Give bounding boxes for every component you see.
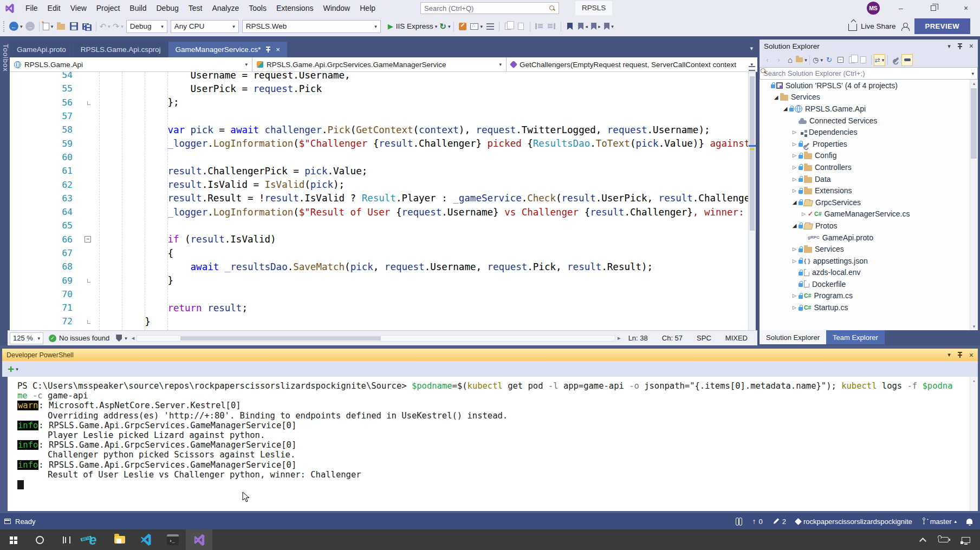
- editor-tab[interactable]: GameManagerService.cs*×: [168, 42, 287, 57]
- line-indicator[interactable]: Ln: 38: [628, 334, 648, 342]
- network-icon[interactable]: [962, 537, 970, 543]
- code-line[interactable]: 60: [10, 150, 748, 164]
- back-icon[interactable]: ‹: [762, 54, 773, 66]
- terminal-scrollbar[interactable]: ▴: [970, 377, 978, 511]
- task-view-button[interactable]: [53, 529, 80, 550]
- save-button[interactable]: [68, 19, 81, 34]
- editor-vertical-scrollbar[interactable]: [748, 72, 756, 330]
- tree-expander-icon[interactable]: ▷: [800, 211, 808, 217]
- uncomment-button-disabled[interactable]: [515, 19, 528, 34]
- tree-item[interactable]: ▷Properties: [760, 138, 978, 150]
- menu-item-debug[interactable]: Debug: [152, 0, 184, 16]
- bookmark-next-icon[interactable]: ▸: [589, 19, 602, 34]
- tool-window-tab[interactable]: Solution Explorer: [760, 330, 826, 344]
- background-tasks-icon[interactable]: [4, 519, 11, 524]
- copy-docs-icon[interactable]: [858, 54, 869, 66]
- solution-platform-select[interactable]: Any CPU▾: [171, 20, 239, 33]
- pin-icon[interactable]: [957, 352, 963, 358]
- tree-expander-icon[interactable]: ▷: [790, 305, 799, 310]
- tree-expander-icon[interactable]: ◢: [772, 94, 780, 100]
- tree-expander-icon[interactable]: ▷: [790, 141, 799, 147]
- tree-expander-icon[interactable]: ◢: [790, 222, 799, 228]
- editor-tab[interactable]: RPSLS.Game.Api.csproj: [74, 42, 168, 57]
- collapse-all-icon[interactable]: −: [835, 54, 846, 66]
- commits-icon[interactable]: [736, 517, 742, 526]
- hscroll-left-arrow[interactable]: ◂: [132, 335, 135, 342]
- code-line[interactable]: 71return result;: [10, 301, 748, 315]
- code-line[interactable]: 59_logger.LogInformation($"Challenger {r…: [10, 136, 748, 150]
- menu-item-analyze[interactable]: Analyze: [207, 0, 244, 16]
- tree-item[interactable]: Dockerfile: [760, 278, 978, 290]
- menu-item-tools[interactable]: Tools: [244, 0, 271, 16]
- close-button[interactable]: ×: [953, 0, 978, 16]
- tree-expander-icon[interactable]: ▷: [790, 129, 799, 135]
- tree-expander-icon[interactable]: ▷: [790, 176, 799, 182]
- hscroll-thumb[interactable]: [180, 336, 381, 341]
- tree-item[interactable]: ▷Dependencies: [760, 126, 978, 138]
- decrease-indent-button-disabled[interactable]: [533, 19, 546, 34]
- cortana-button[interactable]: [27, 529, 53, 550]
- tree-item[interactable]: ▷Data: [760, 173, 978, 185]
- tree-item[interactable]: ◢GrpcServices: [760, 197, 978, 208]
- code-line[interactable]: 69}: [10, 273, 748, 287]
- code-line[interactable]: 72}: [10, 315, 748, 328]
- new-terminal-button[interactable]: +: [8, 364, 14, 375]
- hscroll-right-arrow[interactable]: ▸: [618, 335, 621, 342]
- push-count[interactable]: ↑0: [752, 517, 762, 526]
- tree-expander-icon[interactable]: ▷: [790, 153, 799, 158]
- edge-beta-button[interactable]: eBETA: [80, 529, 106, 550]
- tree-item[interactable]: Solution 'RPSLS' (4 of 4 projects): [760, 80, 978, 91]
- window-position-chevron-icon[interactable]: ▾: [947, 351, 951, 358]
- editor-tab[interactable]: GameApi.proto: [10, 42, 73, 57]
- bookmark-toggle-icon[interactable]: [563, 19, 576, 34]
- tree-expander-icon[interactable]: ◢: [781, 106, 789, 112]
- user-avatar[interactable]: MS: [867, 2, 880, 15]
- issues-status[interactable]: No issues found: [59, 334, 109, 342]
- menu-item-project[interactable]: Project: [92, 0, 125, 16]
- document-list-chevron-icon[interactable]: ▾: [750, 45, 753, 52]
- code-line[interactable]: 56};: [10, 96, 748, 109]
- breadcrumb-project-dropdown[interactable]: RPSLS.Game.Api▾: [10, 57, 252, 71]
- redo-button[interactable]: ↷▾: [112, 19, 125, 34]
- zoom-level-select[interactable]: 125 %▾: [10, 332, 43, 344]
- tree-item[interactable]: ◢Protos: [760, 220, 978, 232]
- home-icon[interactable]: ⌂: [784, 54, 796, 66]
- tree-expander-icon[interactable]: ▷: [790, 165, 799, 170]
- preview-button[interactable]: PREVIEW: [914, 18, 970, 34]
- menu-item-view[interactable]: View: [66, 0, 92, 16]
- sync-with-active-document-icon[interactable]: ⇄▾: [874, 54, 885, 66]
- editor-split-grip[interactable]: [749, 66, 755, 71]
- code-line[interactable]: 55UserPick = request.Pick: [10, 82, 748, 95]
- properties-docs-icon[interactable]: [846, 54, 858, 66]
- pending-edits-count[interactable]: 2: [773, 518, 786, 526]
- minimize-button[interactable]: –: [888, 0, 913, 16]
- live-share-button[interactable]: Live Share: [848, 22, 896, 31]
- menu-item-edit[interactable]: Edit: [43, 0, 66, 16]
- refresh-button[interactable]: ↻▾: [438, 19, 451, 34]
- tree-item[interactable]: ◢Services: [760, 91, 978, 103]
- tree-item[interactable]: ▷Controllers: [760, 161, 978, 173]
- repository-indicator[interactable]: rockpaperscissorslizardspockignite: [796, 518, 912, 526]
- pencil-icon[interactable]: [456, 19, 469, 34]
- toolbox-vertical-tab[interactable]: Toolbox: [0, 42, 10, 107]
- menu-item-file[interactable]: File: [21, 0, 43, 16]
- tree-item[interactable]: ▷{ }appsettings.json: [760, 255, 978, 267]
- tree-item[interactable]: Connected Services: [760, 115, 978, 127]
- undo-button[interactable]: ↶▾: [99, 19, 112, 34]
- pin-icon[interactable]: [957, 43, 963, 49]
- close-icon[interactable]: ×: [969, 42, 973, 50]
- menu-item-test[interactable]: Test: [184, 0, 207, 16]
- new-file-button[interactable]: ▾: [42, 19, 55, 34]
- tree-item[interactable]: ▷✓C#GameManagerService.cs: [760, 208, 978, 220]
- window-position-chevron-icon[interactable]: ▾: [947, 43, 951, 50]
- tree-item[interactable]: ▷C#Program.cs: [760, 290, 978, 302]
- tree-scrollbar[interactable]: ▴▾: [970, 80, 978, 330]
- tree-expander-icon[interactable]: ▷: [790, 246, 799, 252]
- start-debugging-button[interactable]: ▶IIS Express▾: [387, 19, 439, 34]
- notifications-bell-icon[interactable]: [966, 519, 972, 524]
- close-icon[interactable]: ×: [276, 45, 280, 54]
- scrollbar-thumb[interactable]: [750, 76, 755, 231]
- bookmark-clear-icon[interactable]: ▾: [602, 19, 615, 34]
- open-file-button[interactable]: [55, 19, 68, 34]
- solution-search-box[interactable]: ▾: [760, 67, 978, 80]
